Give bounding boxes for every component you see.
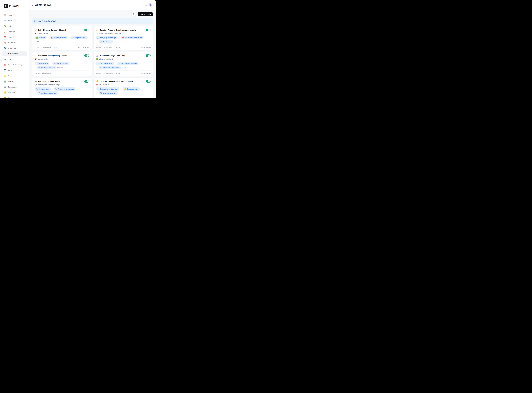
- search-icon: [133, 13, 135, 15]
- sidebar-item-upsells[interactable]: 💵Upsells: [2, 57, 27, 62]
- sidebar-item-label: AI Autopilot: [8, 47, 16, 49]
- how-it-works-banner[interactable]: i How AI Workflows Work: [32, 18, 153, 24]
- step-icon: 💬: [100, 92, 102, 94]
- sidebar-item-cleanings[interactable]: 🧹Cleanings: [2, 29, 27, 34]
- step-chip[interactable]: 💬Send internal message: [37, 91, 58, 95]
- reviews-icon: ⭐: [4, 75, 6, 77]
- sidebar-item-guests[interactable]: 👫Guests: [2, 96, 27, 98]
- step-chip[interactable]: 📨Analyze the mai...: [70, 36, 87, 39]
- workflow-toggle[interactable]: [84, 29, 89, 31]
- card-footer: 3 stepsAll properties3 runs Last run: 4h…: [96, 96, 151, 98]
- sidebar-item-label: Ask AI: [8, 69, 12, 71]
- meta-item: All properties: [42, 47, 51, 48]
- step-chip[interactable]: 🧹Get cleanings: [99, 40, 113, 44]
- workflow-title: Bedroom Cleaning Quality Control: [38, 55, 79, 57]
- trigger-icon: 💬: [96, 33, 98, 34]
- user-menu-button[interactable]: B: [143, 2, 153, 8]
- search-button[interactable]: [131, 12, 136, 16]
- card-footer: 4 stepsAll properties: [35, 70, 89, 76]
- step-chip[interactable]: 💭Get cleanings: [35, 62, 49, 65]
- workflow-steps: 🧹Get cleaning detail→🧹Get cleaning comme…: [96, 62, 151, 69]
- step-chip[interactable]: 💬Send team message: [37, 66, 56, 69]
- workflow-title: Generate Weekly Cleaner Pay Summaries: [99, 80, 141, 82]
- step-chip[interactable]: 💭Analyze guest message: [96, 36, 117, 39]
- step-label: Get tasks: [39, 37, 45, 39]
- step-chip[interactable]: 💬Send team message: [99, 91, 118, 95]
- card-menu-button[interactable]: ⋯: [80, 29, 83, 31]
- new-workflow-button[interactable]: New workflow: [138, 12, 153, 16]
- card-menu-button[interactable]: ⋯: [142, 55, 145, 57]
- sidebar-item-ask-ai[interactable]: 💬Ask AI: [2, 68, 27, 73]
- workflow-toggle[interactable]: [146, 80, 151, 83]
- step-chip[interactable]: ✅Get tasks: [35, 36, 46, 39]
- arrow-right-icon: →: [115, 62, 116, 64]
- meta-item: 3 runs: [115, 98, 119, 98]
- step-chip[interactable]: 💰Search expenses: [123, 87, 139, 91]
- workflow-emoji-icon: 💰: [96, 80, 98, 82]
- card-menu-button[interactable]: ⋯: [142, 80, 145, 82]
- sidebar-item-inbox[interactable]: 📧Inbox: [2, 18, 27, 23]
- trigger-text: Cleaning completed: [99, 58, 113, 60]
- sidebar-item-scheduled-messages[interactable]: ⏰Scheduled messages: [2, 63, 27, 67]
- sidebar-item-label: Reviews: [8, 75, 14, 77]
- sidebar-item-calendar[interactable]: 📅Calendar: [2, 35, 27, 39]
- avatar: B: [149, 3, 152, 7]
- card-menu-button[interactable]: ⋯: [80, 80, 83, 82]
- sidebar-item-label: AI Memory: [8, 42, 16, 44]
- step-icon: 🧹: [119, 63, 120, 64]
- workflow-toggle[interactable]: [84, 54, 89, 57]
- app-name: ProhostAI: [9, 5, 19, 7]
- step-chip[interactable]: 📅Get calendar avaibility tool: [121, 36, 144, 39]
- meta-item: All properties: [104, 47, 113, 48]
- meta-item: 3 steps: [96, 98, 101, 98]
- step-label: Get cleanings: [39, 63, 48, 64]
- step-chip[interactable]: 🧹Get cleaning detail: [96, 62, 114, 65]
- meta-item: 275 runs: [54, 98, 60, 98]
- arrow-right-icon: →: [68, 37, 70, 39]
- trigger-icon: 💬: [35, 84, 37, 86]
- workflow-toggle[interactable]: [146, 54, 151, 57]
- step-chip[interactable]: 🧹Get cleaning cost summary: [96, 87, 119, 91]
- trigger-text: When a guest sends a message: [99, 33, 121, 34]
- sidebar-item-analytics[interactable]: 📊Analytics: [2, 79, 27, 84]
- sidebar-item-guidebooks[interactable]: 📖Guidebooks: [2, 85, 27, 89]
- workflow-steps: 🔧List connections→💭Analyze guest message…: [35, 87, 89, 95]
- ai-autopilot-icon: ✈️: [4, 47, 6, 49]
- more-steps-label: +4 more: [122, 67, 128, 68]
- sidebar-item-reviews[interactable]: ⭐Reviews: [2, 74, 27, 78]
- sidebar-item-financials[interactable]: 💰Financials: [2, 90, 27, 95]
- meta-item: All properties: [104, 72, 113, 74]
- card-meta: 4 stepsAll properties1 run: [35, 47, 57, 48]
- home-icon: 🏠: [4, 14, 6, 16]
- card-meta: 6 stepsAll properties34 runs: [96, 47, 120, 48]
- step-label: Get cleanings: [103, 41, 112, 43]
- sidebar-item-ai-autopilot[interactable]: ✈️AI Autopilot: [2, 46, 27, 51]
- ask-ai-icon: 💬: [4, 69, 6, 72]
- card-footer: 3 stepsAll properties275 runs Last run: …: [35, 96, 89, 98]
- sidebar-item-tasks[interactable]: ✅Tasks: [2, 24, 27, 29]
- sidebar-item-ai-memory[interactable]: 🧠AI Memory: [2, 40, 27, 45]
- workflow-trigger: ✅ Cleaning completed: [96, 58, 151, 60]
- card-menu-button[interactable]: ⋯: [142, 29, 145, 31]
- workflow-toggle[interactable]: [84, 80, 89, 83]
- sidebar-item-ai-workflows[interactable]: ⚡AI Workflows: [2, 51, 27, 56]
- step-chip[interactable]: 🧹Get cleaning comments: [117, 62, 138, 65]
- step-chip[interactable]: 🔧List connections: [35, 87, 50, 91]
- card-menu-button[interactable]: ⋯: [80, 55, 83, 57]
- sidebar-item-label: Guidebooks: [8, 86, 17, 88]
- step-chip[interactable]: 🧠Search memories: [52, 62, 69, 65]
- workflow-grid: 🧹 Daily Cleaning Schedule Dispatch ⋯ 📅 O…: [32, 26, 153, 98]
- sidebar-item-home[interactable]: 🏠Home: [2, 13, 27, 17]
- step-icon: 🧠: [54, 63, 55, 64]
- step-icon: 🧹: [97, 63, 99, 64]
- upsells-icon: 💵: [4, 58, 6, 60]
- workflow-toggle[interactable]: [146, 29, 151, 31]
- step-chip[interactable]: 💭Analyze guest message: [54, 87, 75, 91]
- workflow-card: 🚨 Automate Damage Claim Filing ⋯ ✅ Clean…: [94, 52, 153, 76]
- step-chip[interactable]: 🏠Get listings details: [50, 36, 67, 39]
- step-chip[interactable]: 🔧Get cleaning attachments: [99, 66, 121, 69]
- ai-memory-icon: 🧠: [4, 42, 6, 44]
- step-label: Analyze guest message: [58, 88, 74, 90]
- card-meta: 3 stepsAll properties275 runs: [35, 98, 60, 98]
- sidebar-item-label: Tasks: [8, 25, 12, 27]
